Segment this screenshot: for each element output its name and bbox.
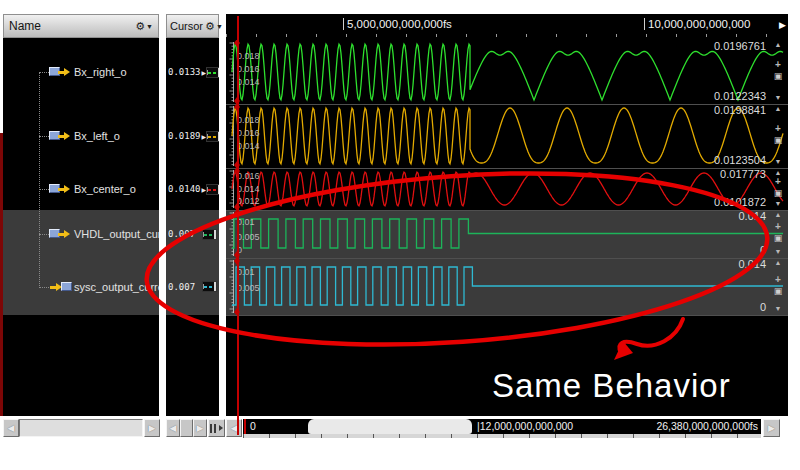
signal-row-sysc_output_current[interactable]: sysc_output_current xyxy=(3,278,159,296)
cursor-value-row[interactable]: 0.007 xyxy=(166,226,219,242)
name-scroll-left-button[interactable]: ◀ xyxy=(3,419,19,437)
axis-tick-label: 5,000,000,000,000fs xyxy=(343,18,452,30)
move-icon[interactable]: + xyxy=(770,274,786,285)
wave-row-VHDL_output_current[interactable]: 0.010.00500.0140▲+▣▼ xyxy=(226,210,788,258)
axis-tick-label: 10,000,000,000,000 xyxy=(644,18,750,30)
trace-style-icon[interactable] xyxy=(206,67,219,78)
scale-down-icon[interactable]: ▼ xyxy=(770,94,786,101)
waveform-display-area[interactable]: 0.0180.0160.0140.01967610.0122343▲+▣▼0.0… xyxy=(226,38,788,416)
signal-row-Bx_right_o[interactable]: Bx_right_o xyxy=(3,63,159,81)
chevron-down-icon[interactable]: ▼ xyxy=(146,23,153,30)
move-icon[interactable]: + xyxy=(770,221,786,232)
axis-scroll-right-icon[interactable]: ▶ xyxy=(779,20,786,30)
trace-icon-tick xyxy=(203,284,204,289)
scale-down-icon[interactable]: ▼ xyxy=(770,305,786,312)
cursor-scroll-left-button[interactable]: ◀ xyxy=(166,419,180,437)
wave-scroll-right-button[interactable]: ▶ xyxy=(763,419,780,437)
cursor-scroll-right-button[interactable]: ▶ xyxy=(193,419,207,437)
signal-name-label: sysc_output_current xyxy=(74,281,159,293)
trace-style-icon[interactable] xyxy=(206,131,219,142)
scale-label: 0.018 xyxy=(237,116,260,125)
row-min-value: 0 xyxy=(760,302,766,313)
cursor-value: 0.007 xyxy=(168,229,195,239)
signal-name-label: Bx_center_o xyxy=(74,183,136,195)
row-min-value: 0.0123504 xyxy=(714,155,766,166)
scale-label: 0.005 xyxy=(237,284,260,293)
wave-row-Bx_right_o[interactable]: 0.0180.0160.0140.01967610.0122343▲+▣▼ xyxy=(226,40,788,104)
wave-scroll-left-button[interactable]: ◀ xyxy=(226,419,242,437)
cursor-value-row[interactable]: 0.007 xyxy=(166,279,219,295)
move-icon[interactable]: + xyxy=(770,123,786,134)
signal-output-icon xyxy=(49,130,71,142)
row-options-icon[interactable]: ▣ xyxy=(770,135,786,145)
scale-label: 0.014 xyxy=(237,78,260,87)
overview-window-end-label: |12,000,000,000,000 xyxy=(477,420,573,432)
trace-style-icon[interactable] xyxy=(206,184,219,195)
overview-start-label: 0 xyxy=(250,420,256,432)
signal-trace xyxy=(232,108,783,164)
waveform-plot xyxy=(226,40,788,104)
tree-line xyxy=(39,72,40,286)
trace-style-icon[interactable] xyxy=(202,229,217,240)
scale-up-icon[interactable]: ▲ xyxy=(770,105,786,112)
name-panel-header: Name ⚙ ▼ xyxy=(3,14,159,38)
scale-up-icon[interactable]: ▲ xyxy=(770,169,786,176)
scale-down-icon[interactable]: ▼ xyxy=(770,248,786,255)
time-overview-bar[interactable]: 0|12,000,000,000,00026,380,000,000,000fs xyxy=(243,419,761,434)
time-cursor-line[interactable] xyxy=(237,16,239,435)
trace-color-line xyxy=(204,286,212,288)
waveform-plot xyxy=(226,104,788,168)
signal-name-label: Bx_left_o xyxy=(74,130,120,142)
row-scale-controls: ▲+▣▼ xyxy=(770,40,786,104)
row-max-value: 0.017773 xyxy=(720,169,766,180)
overview-end-label: 26,380,000,000,000fs xyxy=(656,420,758,432)
name-scroll-track[interactable] xyxy=(19,419,143,437)
arrow-head xyxy=(64,68,70,76)
trace-style-icon[interactable] xyxy=(202,281,217,292)
waveform-plot xyxy=(226,258,788,315)
row-options-icon[interactable]: ▣ xyxy=(770,188,786,198)
row-options-icon[interactable]: ▣ xyxy=(770,233,786,243)
trace-icon-tick xyxy=(203,232,204,237)
cursor-value-row[interactable]: 0.0189▶ xyxy=(166,128,219,144)
scale-up-icon[interactable]: ▲ xyxy=(770,41,786,48)
signal-trace xyxy=(232,219,783,248)
arrow-head xyxy=(64,185,70,193)
cursor-value: 0.0140 xyxy=(168,184,201,194)
move-icon[interactable]: + xyxy=(770,59,786,70)
wave-row-Bx_left_o[interactable]: 0.0180.0160.0140.01988410.0123504▲+▣▼ xyxy=(226,104,788,168)
name-scroll-right-button[interactable]: ▶ xyxy=(144,419,160,437)
cursor-value-row[interactable]: 0.0133▶ xyxy=(166,64,219,80)
chevron-down-icon[interactable]: ▼ xyxy=(216,23,223,30)
scale-down-icon[interactable]: ▼ xyxy=(770,158,786,165)
waveform-viewer-window: Name ⚙ ▼ Bx_right_oBx_left_oBx_center_oV… xyxy=(0,0,800,470)
gear-icon[interactable]: ⚙ xyxy=(205,20,215,33)
cursor-value-list: 0.0133▶0.0189▶0.0140▶0.0070.007 xyxy=(166,38,219,416)
signal-row-Bx_left_o[interactable]: Bx_left_o xyxy=(3,127,159,145)
name-header-label: Name xyxy=(9,19,41,33)
scale-label: 0.005 xyxy=(237,233,260,242)
cursor-scroll-thumb[interactable] xyxy=(180,419,193,437)
scale-up-icon[interactable]: ▲ xyxy=(770,211,786,218)
trace-icon-bar xyxy=(218,185,219,194)
trace-icon-bar xyxy=(214,282,216,291)
column-tool-button[interactable] xyxy=(208,419,225,437)
overview-visible-thumb[interactable] xyxy=(308,419,472,434)
signal-output-icon xyxy=(49,183,71,195)
wave-row-Bx_center_o[interactable]: 0.0160.0140.0120.0177730.0101872▲+▣▼ xyxy=(226,168,788,210)
cursor-panel-header: Cursor ⚙ ▼ xyxy=(166,14,219,38)
time-axis-bar[interactable]: 5,000,000,000,000fs 10,000,000,000,000 ▶ xyxy=(226,14,788,39)
signal-trace xyxy=(232,44,783,100)
cursor-value-row[interactable]: 0.0140▶ xyxy=(166,181,219,197)
axis-minor-ticks xyxy=(226,34,788,37)
wave-row-sysc_output_current[interactable]: 0.010.0050.0140▲+▣▼ xyxy=(226,258,788,315)
scale-down-icon[interactable]: ▼ xyxy=(770,200,786,207)
signal-row-Bx_center_o[interactable]: Bx_center_o xyxy=(3,180,159,198)
arrow-head xyxy=(64,132,70,140)
row-options-icon[interactable]: ▣ xyxy=(770,286,786,296)
signal-row-VHDL_output_current[interactable]: VHDL_output_current xyxy=(3,225,159,243)
gear-icon[interactable]: ⚙ xyxy=(135,20,145,33)
row-options-icon[interactable]: ▣ xyxy=(770,71,786,81)
scale-up-icon[interactable]: ▲ xyxy=(770,259,786,266)
move-icon[interactable]: + xyxy=(770,176,786,187)
